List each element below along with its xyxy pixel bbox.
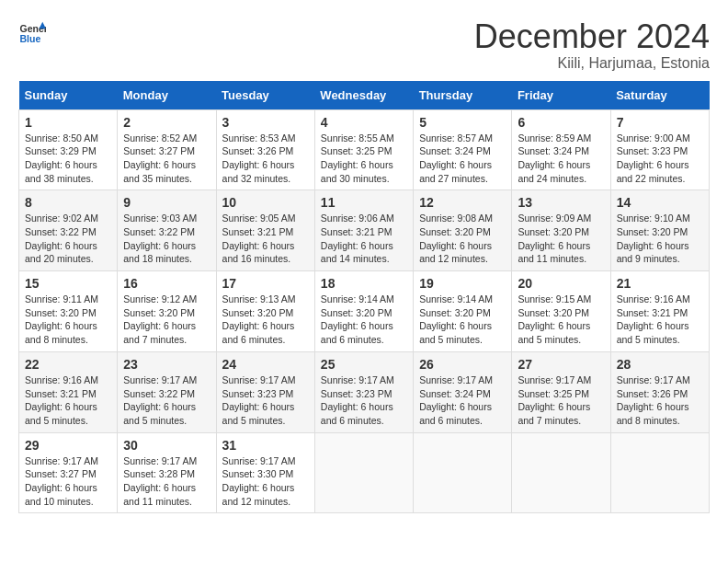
calendar-cell: 22Sunrise: 9:16 AMSunset: 3:21 PMDayligh… bbox=[19, 351, 118, 432]
day-info: Sunrise: 9:13 AMSunset: 3:20 PMDaylight:… bbox=[222, 293, 309, 347]
calendar-cell: 27Sunrise: 9:17 AMSunset: 3:25 PMDayligh… bbox=[512, 351, 610, 432]
day-info: Sunrise: 9:17 AMSunset: 3:23 PMDaylight:… bbox=[321, 373, 407, 428]
calendar-week-row: 22Sunrise: 9:16 AMSunset: 3:21 PMDayligh… bbox=[19, 351, 710, 432]
weekday-header-tuesday: Tuesday bbox=[216, 81, 314, 110]
calendar-cell: 13Sunrise: 9:09 AMSunset: 3:20 PMDayligh… bbox=[512, 190, 610, 271]
day-info: Sunrise: 9:02 AMSunset: 3:22 PMDaylight:… bbox=[25, 212, 111, 266]
day-info: Sunrise: 8:52 AMSunset: 3:27 PMDaylight:… bbox=[123, 132, 210, 186]
calendar-table: SundayMondayTuesdayWednesdayThursdayFrid… bbox=[18, 81, 710, 514]
day-number: 3 bbox=[222, 115, 309, 130]
day-number: 10 bbox=[222, 195, 309, 210]
day-number: 7 bbox=[617, 115, 703, 130]
day-info: Sunrise: 9:14 AMSunset: 3:20 PMDaylight:… bbox=[321, 293, 407, 347]
calendar-cell: 7Sunrise: 9:00 AMSunset: 3:23 PMDaylight… bbox=[610, 109, 709, 190]
calendar-cell: 31Sunrise: 9:17 AMSunset: 3:30 PMDayligh… bbox=[216, 432, 314, 513]
day-info: Sunrise: 9:16 AMSunset: 3:21 PMDaylight:… bbox=[25, 373, 111, 428]
day-number: 31 bbox=[222, 438, 309, 453]
day-info: Sunrise: 9:05 AMSunset: 3:21 PMDaylight:… bbox=[222, 212, 309, 266]
day-info: Sunrise: 8:53 AMSunset: 3:26 PMDaylight:… bbox=[222, 132, 309, 186]
calendar-cell: 12Sunrise: 9:08 AMSunset: 3:20 PMDayligh… bbox=[414, 190, 512, 271]
day-info: Sunrise: 9:12 AMSunset: 3:20 PMDaylight:… bbox=[123, 293, 210, 347]
weekday-header-friday: Friday bbox=[512, 81, 610, 110]
day-info: Sunrise: 9:03 AMSunset: 3:22 PMDaylight:… bbox=[123, 212, 210, 266]
calendar-cell: 8Sunrise: 9:02 AMSunset: 3:22 PMDaylight… bbox=[19, 190, 118, 271]
day-info: Sunrise: 9:17 AMSunset: 3:24 PMDaylight:… bbox=[419, 373, 506, 428]
calendar-cell: 30Sunrise: 9:17 AMSunset: 3:28 PMDayligh… bbox=[118, 432, 216, 513]
weekday-header-row: SundayMondayTuesdayWednesdayThursdayFrid… bbox=[19, 81, 710, 110]
title-block: December 2024 Kiili, Harjumaa, Estonia bbox=[474, 18, 710, 72]
day-info: Sunrise: 9:17 AMSunset: 3:30 PMDaylight:… bbox=[222, 454, 309, 509]
day-number: 6 bbox=[518, 115, 604, 130]
day-number: 11 bbox=[321, 195, 407, 210]
day-number: 9 bbox=[123, 195, 210, 210]
day-number: 8 bbox=[25, 195, 111, 210]
calendar-cell: 10Sunrise: 9:05 AMSunset: 3:21 PMDayligh… bbox=[216, 190, 314, 271]
day-info: Sunrise: 9:17 AMSunset: 3:26 PMDaylight:… bbox=[617, 373, 703, 428]
calendar-cell: 28Sunrise: 9:17 AMSunset: 3:26 PMDayligh… bbox=[610, 351, 709, 432]
logo: General Blue bbox=[18, 18, 46, 46]
day-info: Sunrise: 8:59 AMSunset: 3:24 PMDaylight:… bbox=[518, 132, 604, 186]
calendar-cell bbox=[512, 432, 610, 513]
calendar-cell bbox=[314, 432, 413, 513]
day-number: 24 bbox=[222, 357, 309, 372]
svg-text:Blue: Blue bbox=[20, 33, 41, 44]
weekday-header-thursday: Thursday bbox=[414, 81, 512, 110]
day-number: 2 bbox=[123, 115, 210, 130]
day-number: 28 bbox=[617, 357, 703, 372]
day-number: 4 bbox=[321, 115, 407, 130]
calendar-week-row: 1Sunrise: 8:50 AMSunset: 3:29 PMDaylight… bbox=[19, 109, 710, 190]
day-number: 5 bbox=[419, 115, 506, 130]
calendar-cell: 20Sunrise: 9:15 AMSunset: 3:20 PMDayligh… bbox=[512, 271, 610, 352]
day-number: 25 bbox=[321, 357, 407, 372]
calendar-cell bbox=[610, 432, 709, 513]
day-number: 30 bbox=[123, 438, 210, 453]
day-number: 20 bbox=[518, 276, 604, 291]
day-number: 21 bbox=[617, 276, 703, 291]
day-number: 14 bbox=[617, 195, 703, 210]
day-info: Sunrise: 9:17 AMSunset: 3:22 PMDaylight:… bbox=[123, 373, 210, 428]
day-number: 19 bbox=[419, 276, 506, 291]
calendar-cell: 9Sunrise: 9:03 AMSunset: 3:22 PMDaylight… bbox=[118, 190, 216, 271]
day-number: 22 bbox=[25, 357, 111, 372]
calendar-cell bbox=[414, 432, 512, 513]
day-info: Sunrise: 8:55 AMSunset: 3:25 PMDaylight:… bbox=[321, 132, 407, 186]
calendar-cell: 3Sunrise: 8:53 AMSunset: 3:26 PMDaylight… bbox=[216, 109, 314, 190]
day-info: Sunrise: 9:17 AMSunset: 3:25 PMDaylight:… bbox=[518, 373, 604, 428]
calendar-cell: 5Sunrise: 8:57 AMSunset: 3:24 PMDaylight… bbox=[414, 109, 512, 190]
day-info: Sunrise: 9:11 AMSunset: 3:20 PMDaylight:… bbox=[25, 293, 111, 347]
day-number: 15 bbox=[25, 276, 111, 291]
calendar-cell: 6Sunrise: 8:59 AMSunset: 3:24 PMDaylight… bbox=[512, 109, 610, 190]
logo-icon: General Blue bbox=[18, 18, 46, 46]
calendar-cell: 23Sunrise: 9:17 AMSunset: 3:22 PMDayligh… bbox=[118, 351, 216, 432]
day-number: 16 bbox=[123, 276, 210, 291]
calendar-cell: 15Sunrise: 9:11 AMSunset: 3:20 PMDayligh… bbox=[19, 271, 118, 352]
day-info: Sunrise: 9:14 AMSunset: 3:20 PMDaylight:… bbox=[419, 293, 506, 347]
day-info: Sunrise: 9:17 AMSunset: 3:23 PMDaylight:… bbox=[222, 373, 309, 428]
day-number: 23 bbox=[123, 357, 210, 372]
calendar-cell: 29Sunrise: 9:17 AMSunset: 3:27 PMDayligh… bbox=[19, 432, 118, 513]
day-number: 26 bbox=[419, 357, 506, 372]
weekday-header-sunday: Sunday bbox=[19, 81, 118, 110]
calendar-cell: 25Sunrise: 9:17 AMSunset: 3:23 PMDayligh… bbox=[314, 351, 413, 432]
day-number: 12 bbox=[419, 195, 506, 210]
day-info: Sunrise: 8:50 AMSunset: 3:29 PMDaylight:… bbox=[25, 132, 111, 186]
day-info: Sunrise: 9:06 AMSunset: 3:21 PMDaylight:… bbox=[321, 212, 407, 266]
page-header: General Blue December 2024 Kiili, Harjum… bbox=[18, 18, 710, 72]
calendar-week-row: 29Sunrise: 9:17 AMSunset: 3:27 PMDayligh… bbox=[19, 432, 710, 513]
calendar-cell: 4Sunrise: 8:55 AMSunset: 3:25 PMDaylight… bbox=[314, 109, 413, 190]
day-info: Sunrise: 9:17 AMSunset: 3:27 PMDaylight:… bbox=[25, 454, 111, 509]
day-info: Sunrise: 9:08 AMSunset: 3:20 PMDaylight:… bbox=[419, 212, 506, 266]
day-info: Sunrise: 9:10 AMSunset: 3:20 PMDaylight:… bbox=[617, 212, 703, 266]
calendar-cell: 1Sunrise: 8:50 AMSunset: 3:29 PMDaylight… bbox=[19, 109, 118, 190]
day-info: Sunrise: 9:17 AMSunset: 3:28 PMDaylight:… bbox=[123, 454, 210, 509]
calendar-cell: 26Sunrise: 9:17 AMSunset: 3:24 PMDayligh… bbox=[414, 351, 512, 432]
day-info: Sunrise: 9:09 AMSunset: 3:20 PMDaylight:… bbox=[518, 212, 604, 266]
day-info: Sunrise: 9:00 AMSunset: 3:23 PMDaylight:… bbox=[617, 132, 703, 186]
weekday-header-saturday: Saturday bbox=[610, 81, 709, 110]
calendar-cell: 11Sunrise: 9:06 AMSunset: 3:21 PMDayligh… bbox=[314, 190, 413, 271]
calendar-cell: 16Sunrise: 9:12 AMSunset: 3:20 PMDayligh… bbox=[118, 271, 216, 352]
weekday-header-wednesday: Wednesday bbox=[314, 81, 413, 110]
calendar-week-row: 15Sunrise: 9:11 AMSunset: 3:20 PMDayligh… bbox=[19, 271, 710, 352]
calendar-cell: 17Sunrise: 9:13 AMSunset: 3:20 PMDayligh… bbox=[216, 271, 314, 352]
calendar-cell: 21Sunrise: 9:16 AMSunset: 3:21 PMDayligh… bbox=[610, 271, 709, 352]
